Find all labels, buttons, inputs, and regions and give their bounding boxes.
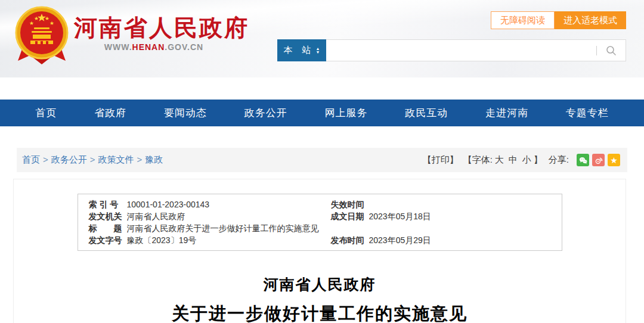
site-header: 河南省人民政府 WWW.HENAN.GOV.CN 无障碍阅读 进入适老模式 本 … [0,0,644,77]
nav-item-online-services[interactable]: 网上服务 [324,106,367,120]
print-button[interactable]: 【打印】 [423,154,459,166]
info-label-expiry-date: 失效时间 [331,198,369,210]
site-url: WWW.HENAN.GOV.CN [74,42,234,52]
info-value-expiry-date [369,198,553,210]
site-url-brand: HENAN [132,42,165,52]
share-weibo-button[interactable] [592,154,605,166]
document-title-line1: 河南省人民政府 [14,275,626,294]
breadcrumb-separator: > [43,154,48,164]
info-label-empty [331,222,369,234]
share-wechat-button[interactable] [577,154,589,166]
nav-item-news[interactable]: 要闻动态 [164,106,207,120]
nav-item-interaction[interactable]: 政民互动 [405,106,448,120]
font-size-large[interactable]: 大 [495,154,504,166]
page-tools: 【打印】 【字体:大中小】 分享: ★ [423,154,620,166]
font-size-label-end: 】 [534,154,543,166]
font-size-label: 【字体: [463,154,493,166]
breadcrumb-policy-files[interactable]: 政策文件 [98,154,134,164]
search-button[interactable] [597,40,626,61]
info-label-title: 标 题 [89,222,127,234]
breadcrumb-bar: 首页>政务公开>政策文件>豫政 【打印】 【字体:大中小】 分享: [17,148,627,172]
info-label-issuing-agency: 发文机关 [89,210,127,222]
breadcrumb-separator: > [137,154,143,164]
info-value-issuing-agency: 河南省人民政府 [127,210,331,222]
weibo-icon [594,156,603,165]
nav-item-provincial-government[interactable]: 省政府 [94,106,126,120]
nav-item-about-henan[interactable]: 走进河南 [485,106,528,120]
accessibility-reading-button[interactable]: 无障碍阅读 [491,11,555,29]
national-emblem-logo [14,5,69,68]
main-nav: 首页 省政府 要闻动态 政务公开 网上服务 政民互动 走进河南 专题专栏 [0,100,644,126]
article-container: 索 引 号 10001-01-2023-00143 失效时间 发文机关 河南省人… [13,179,626,323]
share-favorite-button[interactable]: ★ [608,154,620,166]
document-info-table: 索 引 号 10001-01-2023-00143 失效时间 发文机关 河南省人… [78,194,562,251]
info-value-index-number: 10001-01-2023-00143 [127,198,331,210]
search-scope-select[interactable]: 本 站 ▲▼ [277,39,326,61]
search-bar: 本 站 ▲▼ [277,39,626,61]
breadcrumb-home[interactable]: 首页 [22,154,40,164]
nav-item-home[interactable]: 首页 [35,106,57,120]
info-label-index-number: 索 引 号 [89,198,127,210]
elder-mode-button[interactable]: 进入适老模式 [555,11,626,29]
site-title: 河南省人民政府 [74,12,249,44]
site-url-suffix: .GOV.CN [165,42,203,52]
font-size-controls: 【字体:大中小】 [463,154,543,166]
search-input[interactable] [326,40,596,61]
document-title: 河南省人民政府 关于进一步做好计量工作的实施意见 [14,275,626,323]
share-label: 分享: [549,154,569,166]
info-value-publish-date: 2023年05月29日 [369,234,553,246]
national-emblem-icon [14,5,69,66]
info-label-written-date: 成文日期 [331,210,369,222]
info-value-empty [369,222,553,234]
breadcrumb: 首页>政务公开>政策文件>豫政 [22,154,163,166]
star-icon: ★ [610,156,618,164]
wechat-icon [578,156,588,165]
header-buttons: 无障碍阅读 进入适老模式 [491,11,626,29]
site-url-prefix: WWW. [104,42,132,52]
search-scope-label: 本 站 [283,45,314,56]
info-value-written-date: 2023年05月18日 [369,210,553,222]
info-label-document-number: 发文字号 [89,234,127,246]
nav-item-special-topics[interactable]: 专题专栏 [566,106,609,120]
breadcrumb-yuzheng[interactable]: 豫政 [145,154,163,164]
info-label-publish-date: 发布时间 [331,234,369,246]
search-icon [605,45,617,57]
info-value-document-number: 豫政〔2023〕19号 [127,234,331,246]
nav-item-gov-affairs[interactable]: 政务公开 [244,106,287,120]
chevron-up-down-icon: ▲▼ [316,47,320,54]
breadcrumb-separator: > [90,154,95,164]
font-size-medium[interactable]: 中 [509,154,518,166]
breadcrumb-gov-affairs[interactable]: 政务公开 [51,154,87,164]
info-value-title: 河南省人民政府关于进一步做好计量工作的实施意见 [127,222,331,234]
font-size-small[interactable]: 小 [522,154,531,166]
document-title-line2: 关于进一步做好计量工作的实施意见 [14,302,626,323]
